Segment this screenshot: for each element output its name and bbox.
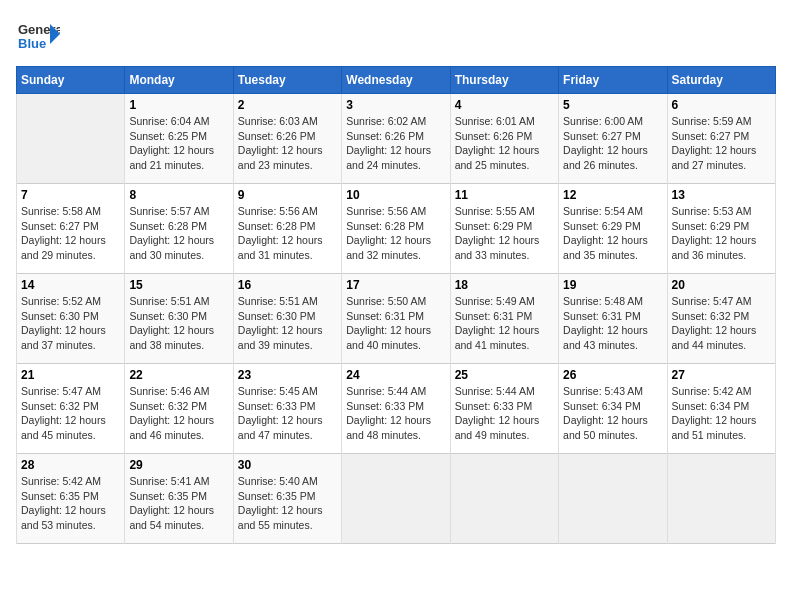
calendar-cell: 2Sunrise: 6:03 AM Sunset: 6:26 PM Daylig… xyxy=(233,94,341,184)
day-number: 3 xyxy=(346,98,445,112)
calendar-cell: 16Sunrise: 5:51 AM Sunset: 6:30 PM Dayli… xyxy=(233,274,341,364)
day-number: 25 xyxy=(455,368,554,382)
calendar-cell: 15Sunrise: 5:51 AM Sunset: 6:30 PM Dayli… xyxy=(125,274,233,364)
calendar-cell: 17Sunrise: 5:50 AM Sunset: 6:31 PM Dayli… xyxy=(342,274,450,364)
day-number: 29 xyxy=(129,458,228,472)
cell-content: Sunrise: 5:56 AM Sunset: 6:28 PM Dayligh… xyxy=(346,204,445,263)
calendar-cell: 1Sunrise: 6:04 AM Sunset: 6:25 PM Daylig… xyxy=(125,94,233,184)
cell-content: Sunrise: 5:54 AM Sunset: 6:29 PM Dayligh… xyxy=(563,204,662,263)
cell-content: Sunrise: 5:41 AM Sunset: 6:35 PM Dayligh… xyxy=(129,474,228,533)
calendar-cell: 6Sunrise: 5:59 AM Sunset: 6:27 PM Daylig… xyxy=(667,94,775,184)
cell-content: Sunrise: 5:52 AM Sunset: 6:30 PM Dayligh… xyxy=(21,294,120,353)
day-number: 27 xyxy=(672,368,771,382)
cell-content: Sunrise: 5:48 AM Sunset: 6:31 PM Dayligh… xyxy=(563,294,662,353)
calendar-cell: 28Sunrise: 5:42 AM Sunset: 6:35 PM Dayli… xyxy=(17,454,125,544)
day-number: 5 xyxy=(563,98,662,112)
cell-content: Sunrise: 5:44 AM Sunset: 6:33 PM Dayligh… xyxy=(346,384,445,443)
day-number: 15 xyxy=(129,278,228,292)
cell-content: Sunrise: 5:59 AM Sunset: 6:27 PM Dayligh… xyxy=(672,114,771,173)
cell-content: Sunrise: 5:51 AM Sunset: 6:30 PM Dayligh… xyxy=(238,294,337,353)
calendar-cell: 5Sunrise: 6:00 AM Sunset: 6:27 PM Daylig… xyxy=(559,94,667,184)
calendar-cell xyxy=(450,454,558,544)
cell-content: Sunrise: 5:43 AM Sunset: 6:34 PM Dayligh… xyxy=(563,384,662,443)
cell-content: Sunrise: 5:55 AM Sunset: 6:29 PM Dayligh… xyxy=(455,204,554,263)
cell-content: Sunrise: 5:47 AM Sunset: 6:32 PM Dayligh… xyxy=(21,384,120,443)
cell-content: Sunrise: 5:46 AM Sunset: 6:32 PM Dayligh… xyxy=(129,384,228,443)
cell-content: Sunrise: 5:57 AM Sunset: 6:28 PM Dayligh… xyxy=(129,204,228,263)
weekday-header-saturday: Saturday xyxy=(667,67,775,94)
calendar-week-row: 14Sunrise: 5:52 AM Sunset: 6:30 PM Dayli… xyxy=(17,274,776,364)
cell-content: Sunrise: 5:51 AM Sunset: 6:30 PM Dayligh… xyxy=(129,294,228,353)
day-number: 10 xyxy=(346,188,445,202)
cell-content: Sunrise: 5:44 AM Sunset: 6:33 PM Dayligh… xyxy=(455,384,554,443)
calendar-cell xyxy=(559,454,667,544)
calendar-cell: 12Sunrise: 5:54 AM Sunset: 6:29 PM Dayli… xyxy=(559,184,667,274)
logo: General Blue xyxy=(16,16,64,54)
calendar-cell: 21Sunrise: 5:47 AM Sunset: 6:32 PM Dayli… xyxy=(17,364,125,454)
calendar-cell: 19Sunrise: 5:48 AM Sunset: 6:31 PM Dayli… xyxy=(559,274,667,364)
cell-content: Sunrise: 6:02 AM Sunset: 6:26 PM Dayligh… xyxy=(346,114,445,173)
day-number: 21 xyxy=(21,368,120,382)
svg-text:Blue: Blue xyxy=(18,36,46,51)
calendar-week-row: 1Sunrise: 6:04 AM Sunset: 6:25 PM Daylig… xyxy=(17,94,776,184)
weekday-header-thursday: Thursday xyxy=(450,67,558,94)
cell-content: Sunrise: 5:40 AM Sunset: 6:35 PM Dayligh… xyxy=(238,474,337,533)
day-number: 11 xyxy=(455,188,554,202)
cell-content: Sunrise: 6:01 AM Sunset: 6:26 PM Dayligh… xyxy=(455,114,554,173)
day-number: 16 xyxy=(238,278,337,292)
day-number: 20 xyxy=(672,278,771,292)
day-number: 4 xyxy=(455,98,554,112)
weekday-header-monday: Monday xyxy=(125,67,233,94)
day-number: 26 xyxy=(563,368,662,382)
cell-content: Sunrise: 6:04 AM Sunset: 6:25 PM Dayligh… xyxy=(129,114,228,173)
day-number: 18 xyxy=(455,278,554,292)
calendar-cell: 22Sunrise: 5:46 AM Sunset: 6:32 PM Dayli… xyxy=(125,364,233,454)
cell-content: Sunrise: 5:47 AM Sunset: 6:32 PM Dayligh… xyxy=(672,294,771,353)
calendar-cell: 30Sunrise: 5:40 AM Sunset: 6:35 PM Dayli… xyxy=(233,454,341,544)
calendar-cell: 24Sunrise: 5:44 AM Sunset: 6:33 PM Dayli… xyxy=(342,364,450,454)
calendar-cell: 29Sunrise: 5:41 AM Sunset: 6:35 PM Dayli… xyxy=(125,454,233,544)
calendar-cell: 26Sunrise: 5:43 AM Sunset: 6:34 PM Dayli… xyxy=(559,364,667,454)
calendar-cell: 27Sunrise: 5:42 AM Sunset: 6:34 PM Dayli… xyxy=(667,364,775,454)
day-number: 14 xyxy=(21,278,120,292)
weekday-header-tuesday: Tuesday xyxy=(233,67,341,94)
weekday-header-friday: Friday xyxy=(559,67,667,94)
day-number: 9 xyxy=(238,188,337,202)
calendar-week-row: 7Sunrise: 5:58 AM Sunset: 6:27 PM Daylig… xyxy=(17,184,776,274)
cell-content: Sunrise: 5:56 AM Sunset: 6:28 PM Dayligh… xyxy=(238,204,337,263)
cell-content: Sunrise: 5:53 AM Sunset: 6:29 PM Dayligh… xyxy=(672,204,771,263)
calendar-cell: 8Sunrise: 5:57 AM Sunset: 6:28 PM Daylig… xyxy=(125,184,233,274)
day-number: 22 xyxy=(129,368,228,382)
calendar-cell: 3Sunrise: 6:02 AM Sunset: 6:26 PM Daylig… xyxy=(342,94,450,184)
day-number: 8 xyxy=(129,188,228,202)
day-number: 12 xyxy=(563,188,662,202)
cell-content: Sunrise: 6:00 AM Sunset: 6:27 PM Dayligh… xyxy=(563,114,662,173)
calendar-cell: 14Sunrise: 5:52 AM Sunset: 6:30 PM Dayli… xyxy=(17,274,125,364)
calendar-week-row: 21Sunrise: 5:47 AM Sunset: 6:32 PM Dayli… xyxy=(17,364,776,454)
cell-content: Sunrise: 6:03 AM Sunset: 6:26 PM Dayligh… xyxy=(238,114,337,173)
weekday-header-wednesday: Wednesday xyxy=(342,67,450,94)
calendar-cell xyxy=(17,94,125,184)
day-number: 6 xyxy=(672,98,771,112)
day-number: 13 xyxy=(672,188,771,202)
day-number: 24 xyxy=(346,368,445,382)
day-number: 17 xyxy=(346,278,445,292)
cell-content: Sunrise: 5:49 AM Sunset: 6:31 PM Dayligh… xyxy=(455,294,554,353)
calendar-table: SundayMondayTuesdayWednesdayThursdayFrid… xyxy=(16,66,776,544)
weekday-header-row: SundayMondayTuesdayWednesdayThursdayFrid… xyxy=(17,67,776,94)
day-number: 28 xyxy=(21,458,120,472)
calendar-cell: 9Sunrise: 5:56 AM Sunset: 6:28 PM Daylig… xyxy=(233,184,341,274)
weekday-header-sunday: Sunday xyxy=(17,67,125,94)
cell-content: Sunrise: 5:50 AM Sunset: 6:31 PM Dayligh… xyxy=(346,294,445,353)
day-number: 19 xyxy=(563,278,662,292)
calendar-cell: 20Sunrise: 5:47 AM Sunset: 6:32 PM Dayli… xyxy=(667,274,775,364)
calendar-cell: 23Sunrise: 5:45 AM Sunset: 6:33 PM Dayli… xyxy=(233,364,341,454)
calendar-cell xyxy=(342,454,450,544)
page-header: General Blue xyxy=(16,16,776,54)
calendar-cell xyxy=(667,454,775,544)
day-number: 2 xyxy=(238,98,337,112)
cell-content: Sunrise: 5:42 AM Sunset: 6:34 PM Dayligh… xyxy=(672,384,771,443)
cell-content: Sunrise: 5:42 AM Sunset: 6:35 PM Dayligh… xyxy=(21,474,120,533)
calendar-cell: 10Sunrise: 5:56 AM Sunset: 6:28 PM Dayli… xyxy=(342,184,450,274)
calendar-cell: 4Sunrise: 6:01 AM Sunset: 6:26 PM Daylig… xyxy=(450,94,558,184)
